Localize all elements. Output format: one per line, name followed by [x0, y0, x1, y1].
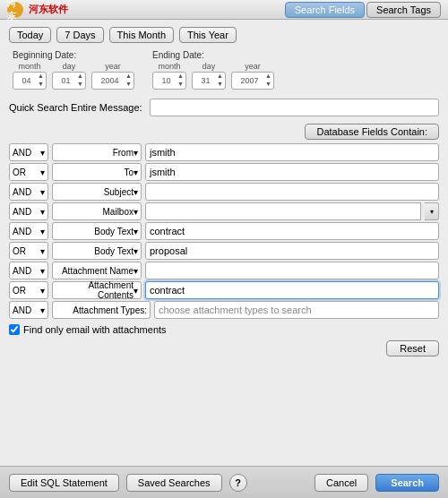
ending-day-up[interactable]: ▲: [217, 73, 223, 80]
beginning-day-up[interactable]: ▲: [77, 73, 83, 80]
saved-searches-button[interactable]: Saved Searches: [126, 474, 222, 492]
ending-month-arrows[interactable]: ▲ ▼: [177, 73, 184, 89]
value-input-5[interactable]: [145, 242, 439, 260]
logic-select-2[interactable]: AND ▾: [9, 183, 48, 201]
logic-select-5[interactable]: OR ▾: [9, 242, 48, 260]
cancel-button[interactable]: Cancel: [314, 474, 368, 492]
field-arrow-3[interactable]: ▾: [134, 207, 138, 217]
ending-day-stepper[interactable]: 31 ▲ ▼: [192, 72, 226, 90]
field-select-8[interactable]: Attachment Types:: [52, 301, 151, 319]
value-input-0[interactable]: [145, 143, 439, 161]
beginning-month-up[interactable]: ▲: [38, 73, 44, 80]
ending-month-down[interactable]: ▼: [177, 81, 184, 88]
field-select-6[interactable]: Attachment Name ▾: [52, 262, 142, 279]
field-select-2[interactable]: Subject ▾: [52, 183, 142, 201]
logic-arrow-5[interactable]: ▾: [40, 246, 45, 256]
field-arrow-2[interactable]: ▾: [134, 187, 138, 197]
ending-month-stepper[interactable]: 10 ▲ ▼: [152, 72, 186, 90]
value-input-6[interactable]: [145, 262, 439, 279]
logic-arrow-1[interactable]: ▾: [40, 167, 45, 177]
field-arrow-6[interactable]: ▾: [134, 266, 138, 276]
beginning-year-down[interactable]: ▼: [125, 81, 132, 88]
field-select-1[interactable]: To ▾: [52, 163, 142, 181]
this-month-button[interactable]: This Month: [109, 27, 174, 43]
field-select-0[interactable]: From ▾: [52, 143, 142, 161]
logic-arrow-0[interactable]: ▾: [40, 148, 45, 158]
ending-day-value: 31: [194, 76, 217, 85]
logic-arrow-8[interactable]: ▾: [40, 305, 45, 315]
edit-sql-button[interactable]: Edit SQL Statement: [9, 474, 119, 492]
beginning-year-stepper[interactable]: 2004 ▲ ▼: [91, 72, 134, 90]
beginning-day-field: day 01 ▲ ▼: [52, 62, 86, 90]
today-button[interactable]: Today: [9, 27, 51, 43]
logic-select-1[interactable]: OR ▾: [9, 163, 48, 181]
value-input-1[interactable]: [145, 163, 439, 181]
beginning-date-group: Beginning Date: month 04 ▲ ▼ day 01: [13, 50, 134, 90]
quick-search-input[interactable]: [150, 99, 439, 116]
field-select-7[interactable]: Attachment Contents ▾: [52, 281, 142, 299]
beginning-year-up[interactable]: ▲: [125, 73, 132, 80]
field-select-4[interactable]: Body Text ▾: [52, 222, 142, 240]
logic-select-0[interactable]: AND ▾: [9, 143, 48, 161]
ending-month-up[interactable]: ▲: [177, 73, 184, 80]
ending-year-down[interactable]: ▼: [265, 81, 271, 88]
logic-value-7: OR: [13, 286, 26, 296]
logic-arrow-6[interactable]: ▾: [40, 266, 45, 276]
beginning-month-stepper[interactable]: 04 ▲ ▼: [13, 72, 47, 90]
value-input-7[interactable]: [145, 281, 439, 299]
beginning-year-arrows[interactable]: ▲ ▼: [125, 73, 132, 89]
db-fields-button[interactable]: Database Fields Contain:: [305, 124, 439, 140]
beginning-month-field: month 04 ▲ ▼: [13, 62, 47, 90]
ending-day-arrows[interactable]: ▲ ▼: [217, 73, 223, 89]
ending-day-down[interactable]: ▼: [217, 81, 223, 88]
help-button[interactable]: ?: [229, 474, 247, 492]
mailbox-dropdown-arrow[interactable]: ▾: [425, 202, 439, 220]
attachment-types-row: AND ▾ Attachment Types: choose attachmen…: [9, 301, 439, 319]
seven-days-button[interactable]: 7 Days: [56, 27, 103, 43]
logic-select-6[interactable]: AND ▾: [9, 262, 48, 279]
logic-arrow-2[interactable]: ▾: [40, 187, 45, 197]
value-input-2[interactable]: [145, 183, 439, 201]
reset-button[interactable]: Reset: [386, 340, 439, 356]
attachment-types-value[interactable]: choose attachment types to search: [154, 301, 439, 319]
table-row: OR ▾ To ▾: [9, 163, 439, 181]
beginning-day-down[interactable]: ▼: [77, 81, 83, 88]
tab-search-fields[interactable]: Search Fields: [285, 2, 365, 18]
beginning-date-label: Beginning Date:: [13, 50, 134, 60]
field-arrow-0[interactable]: ▾: [134, 148, 138, 158]
ending-year-arrows[interactable]: ▲ ▼: [265, 73, 271, 89]
field-select-3[interactable]: Mailbox ▾: [52, 202, 142, 220]
logic-select-8[interactable]: AND ▾: [9, 301, 48, 319]
field-arrow-1[interactable]: ▾: [134, 167, 138, 177]
field-arrow-4[interactable]: ▾: [134, 227, 138, 236]
search-button[interactable]: Search: [375, 474, 439, 492]
beginning-day-arrows[interactable]: ▲ ▼: [77, 73, 83, 89]
tab-search-tags[interactable]: Search Tags: [366, 2, 441, 18]
table-row: AND ▾ Attachment Name ▾: [9, 262, 439, 279]
titlebar: 河东 河东软件 Search Fields Search Tags: [0, 0, 448, 20]
beginning-month-down[interactable]: ▼: [38, 81, 44, 88]
field-label-7: Attachment Contents: [56, 280, 134, 300]
find-attachments-checkbox[interactable]: [9, 324, 20, 335]
beginning-month-arrows[interactable]: ▲ ▼: [38, 73, 44, 89]
field-label-3: Mailbox: [56, 207, 134, 217]
logic-arrow-3[interactable]: ▾: [40, 207, 45, 217]
value-input-4[interactable]: [145, 222, 439, 240]
beginning-day-stepper[interactable]: 01 ▲ ▼: [52, 72, 86, 90]
logic-arrow-4[interactable]: ▾: [40, 227, 45, 236]
ending-year-stepper[interactable]: 2007 ▲ ▼: [231, 72, 274, 90]
ending-day-label: day: [202, 62, 216, 71]
ending-year-up[interactable]: ▲: [265, 73, 271, 80]
main-content: Today 7 Days This Month This Year Beginn…: [0, 20, 448, 364]
tab-group: Search Fields Search Tags: [285, 2, 441, 18]
value-input-3[interactable]: [145, 202, 421, 220]
this-year-button[interactable]: This Year: [179, 27, 237, 43]
field-select-5[interactable]: Body Text ▾: [52, 242, 142, 260]
field-arrow-5[interactable]: ▾: [134, 246, 138, 256]
logic-select-4[interactable]: AND ▾: [9, 222, 48, 240]
logic-select-3[interactable]: AND ▾: [9, 202, 48, 220]
ending-day-field: day 31 ▲ ▼: [192, 62, 226, 90]
field-arrow-7[interactable]: ▾: [134, 286, 138, 296]
logic-select-7[interactable]: OR ▾: [9, 281, 48, 299]
logic-arrow-7[interactable]: ▾: [40, 286, 45, 296]
